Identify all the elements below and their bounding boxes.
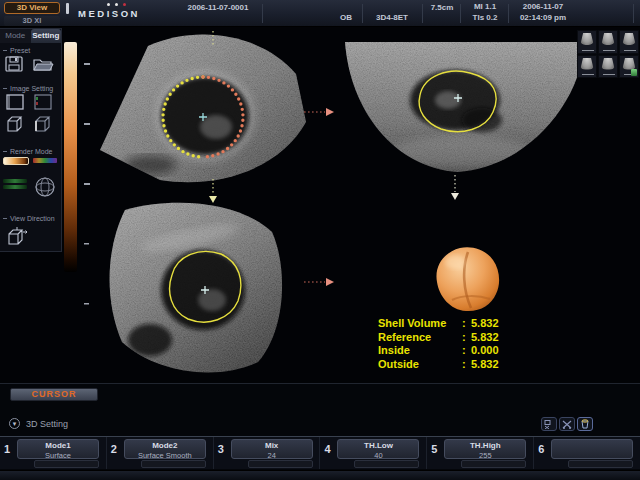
ultrasound-screen: 3D View 3D XI MEDISON 2006-11-07-0001 OB…	[0, 0, 640, 480]
thumbnail[interactable]	[577, 55, 597, 79]
quadrant-c-image[interactable]	[100, 196, 295, 381]
control-subbutton[interactable]	[248, 460, 313, 468]
softkey-number: 3	[218, 443, 224, 455]
bottom-panel: CURSOR ▾ 3D Setting 1 Mode1 Surface	[0, 384, 640, 480]
control-value: 255	[479, 452, 492, 460]
softkey-number: 5	[431, 443, 437, 455]
control-value: Surface	[45, 452, 71, 460]
softkey-number: 6	[538, 443, 544, 455]
control-button-empty[interactable]	[551, 439, 633, 459]
shell-volume-measurements: Shell Volume:5.832 Reference:5.832 Insid…	[378, 317, 499, 371]
quadrant-b-image[interactable]	[340, 38, 590, 178]
control-button-th-high[interactable]: TH.High 255	[444, 439, 526, 459]
control-subbutton[interactable]	[354, 460, 419, 468]
depth-ruler	[84, 63, 90, 305]
control-label: Mode2	[152, 441, 177, 450]
control-subbutton[interactable]	[141, 460, 206, 468]
softkey-number: 4	[324, 443, 330, 455]
control-subbutton[interactable]	[568, 460, 633, 468]
3d-setting-label: 3D Setting	[26, 419, 68, 429]
chevron-down-circle-icon[interactable]: ▾	[9, 418, 20, 429]
control-button-th-low[interactable]: TH.Low 40	[337, 439, 419, 459]
measurement-row: Outside:5.832	[378, 358, 499, 372]
control-value: 24	[267, 452, 275, 460]
control-subbutton[interactable]	[461, 460, 526, 468]
control-group-2: 2 Mode2 Surface Smooth	[106, 437, 213, 469]
measurement-row: Reference:5.832	[378, 331, 499, 345]
thumbnail-selected[interactable]	[619, 55, 639, 79]
thumbnail-clipboard	[577, 30, 639, 78]
thumbnail[interactable]	[598, 30, 618, 54]
control-group-3: 3 Mix 24	[213, 437, 320, 469]
control-button-mode2[interactable]: Mode2 Surface Smooth	[124, 439, 206, 459]
control-value: Surface Smooth	[138, 452, 192, 460]
softkey-control-bar: 1 Mode1 Surface 2 Mode2 Surface Smooth 3	[0, 436, 640, 469]
active-thumbnail-marker-icon	[631, 69, 637, 76]
tools-icon[interactable]	[559, 417, 575, 431]
quadrant-a-image[interactable]	[95, 28, 310, 193]
control-label: Mode1	[45, 441, 70, 450]
control-button-mix[interactable]: Mix 24	[231, 439, 313, 459]
thumbnail[interactable]	[577, 30, 597, 54]
volume-render-blob[interactable]	[436, 247, 499, 311]
measurement-row: Shell Volume:5.832	[378, 317, 499, 331]
bucket-icon[interactable]	[577, 417, 593, 431]
control-group-6: 6	[533, 437, 640, 469]
control-label: TH.High	[470, 441, 501, 450]
control-button-mode1[interactable]: Mode1 Surface	[17, 439, 99, 459]
control-label: TH.Low	[364, 441, 393, 450]
softkey-number: 1	[4, 443, 10, 455]
thumbnail[interactable]	[619, 30, 639, 54]
3d-setting-row: ▾ 3D Setting	[0, 417, 640, 433]
bottom-strip	[0, 470, 640, 480]
control-value: 40	[374, 452, 382, 460]
thumbnail[interactable]	[598, 55, 618, 79]
measurement-row: Inside:0.000	[378, 344, 499, 358]
control-group-1: 1 Mode1 Surface	[0, 437, 106, 469]
control-group-4: 4 TH.Low 40	[319, 437, 426, 469]
annotation-tool-icon[interactable]	[541, 417, 557, 431]
cursor-button[interactable]: CURSOR	[10, 388, 98, 401]
control-group-5: 5 TH.High 255	[426, 437, 533, 469]
control-subbutton[interactable]	[34, 460, 99, 468]
softkey-number: 2	[111, 443, 117, 455]
control-label: Mix	[265, 441, 278, 450]
